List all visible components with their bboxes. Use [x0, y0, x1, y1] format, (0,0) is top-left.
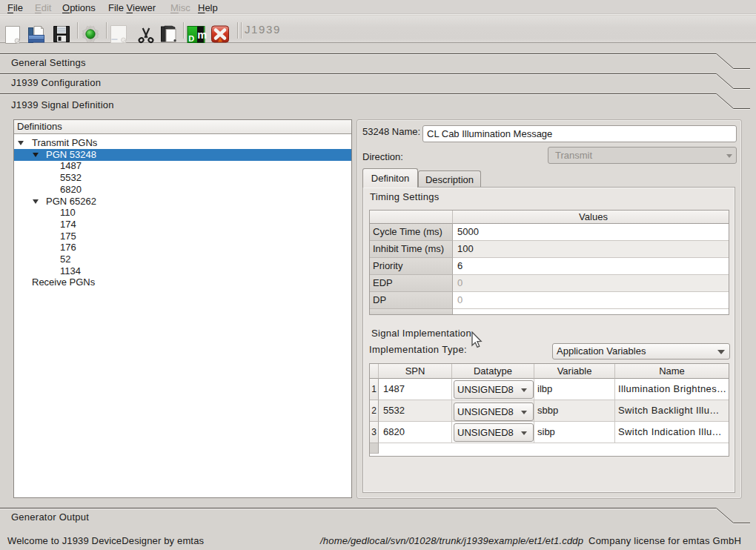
svg-text:D: D [188, 34, 194, 43]
svg-text:m: m [197, 29, 207, 41]
